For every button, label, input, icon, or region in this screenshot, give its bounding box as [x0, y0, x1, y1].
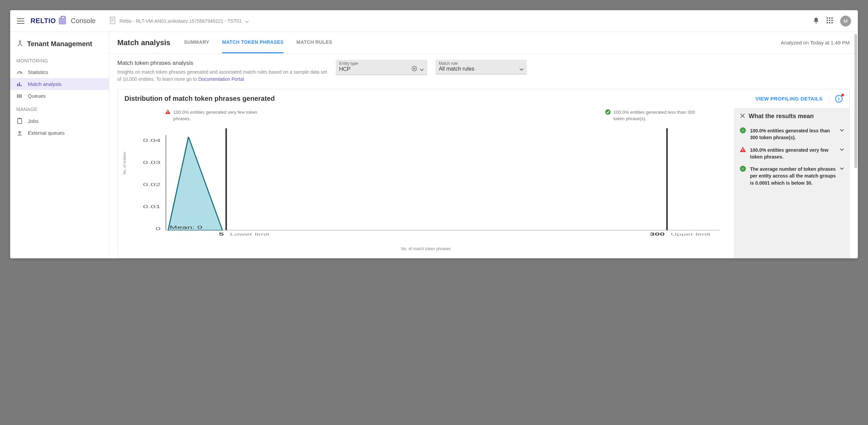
caret-down-icon [245, 18, 249, 24]
sidebar-item-external-queues[interactable]: External queues [10, 127, 109, 139]
results-explanation-panel: What the results mean ✓ 100.0% entities … [734, 108, 849, 258]
view-profiling-details-button[interactable]: VIEW PROFILING DETAILS [755, 96, 823, 101]
svg-rect-6 [829, 20, 830, 21]
sidebar-item-statistics[interactable]: Statistics [10, 66, 109, 78]
sidebar-item-label: Statistics [28, 69, 48, 75]
svg-rect-3 [829, 17, 830, 19]
sidebar-item-label: Queues [28, 93, 46, 99]
sidebar: Tenant Management MONITORING Statistics … [10, 32, 109, 258]
apps-icon[interactable] [827, 17, 833, 24]
documentation-link[interactable]: Documentation Portal [198, 76, 244, 82]
match-rule-select[interactable]: Match rule All match rules [435, 60, 527, 74]
section-description: Insights on match token phrases generate… [117, 69, 328, 83]
sidebar-section-monitoring: MONITORING [10, 53, 109, 66]
svg-text:0.02: 0.02 [143, 182, 161, 187]
check-icon: ✓ [740, 166, 747, 186]
sidebar-section-manage: MANAGE [10, 102, 109, 115]
clear-icon[interactable] [412, 66, 417, 73]
info-icon-wrap[interactable]: i [829, 95, 843, 103]
explain-item[interactable]: 100.0% entities generated very few token… [740, 144, 844, 163]
callout-warn-text: 100.0% entities generated very few token… [173, 109, 260, 122]
explain-item[interactable]: ✓ The average number of token phrases pe… [740, 163, 844, 189]
bars-icon [16, 82, 23, 87]
tenant-selector[interactable]: Reltio - RLT-VM-AN01:anikolaev:157556794… [109, 17, 249, 25]
svg-rect-13 [19, 118, 21, 119]
briefcase-icon [59, 18, 66, 24]
svg-text:0.03: 0.03 [143, 160, 161, 165]
document-icon [109, 17, 116, 25]
svg-rect-32 [743, 150, 743, 151]
topbar-right: M [813, 16, 851, 26]
chart-region: 100.0% entities generated very few token… [118, 108, 734, 258]
sidebar-item-label: Jobs [28, 118, 39, 124]
chart-svg: 0.04 0.03 0.02 0.01 0 [124, 128, 727, 244]
queue-icon [16, 94, 23, 98]
sidebar-title: Tenant Management [10, 35, 109, 53]
brand: RELTIO Console [31, 17, 96, 25]
match-rule-value: All match rules [439, 66, 474, 72]
svg-point-17 [605, 109, 611, 115]
page-title: Match analysis [117, 38, 171, 47]
content-header: Match analysis SUMMARY MATCH TOKEN PHRAS… [109, 32, 858, 54]
check-icon [605, 109, 611, 122]
explain-title: What the results mean [749, 113, 814, 120]
scrollbar[interactable] [854, 34, 857, 258]
callout-ok: 100.0% entities generated less than 300 … [605, 109, 700, 122]
svg-rect-5 [827, 20, 828, 21]
filters-text: Match token phrases analysis Insights on… [117, 60, 328, 83]
content: Match analysis SUMMARY MATCH TOKEN PHRAS… [109, 32, 858, 258]
chevron-down-icon [840, 147, 844, 161]
bell-icon[interactable] [813, 17, 819, 25]
svg-text:Upper limit: Upper limit [671, 232, 711, 236]
svg-rect-9 [829, 22, 830, 23]
chevron-down-icon [840, 127, 844, 141]
upload-icon [16, 130, 23, 136]
mean-label: Mean: 0 [170, 225, 202, 229]
sidebar-item-match-analysis[interactable]: Match analysis [10, 78, 109, 90]
explain-text: 100.0% entities generated less than 300 … [750, 127, 836, 141]
tab-match-token-phrases[interactable]: MATCH TOKEN PHRASES [222, 32, 283, 53]
topbar: RELTIO Console Reltio - RLT-VM-AN01:anik… [10, 10, 858, 32]
sidebar-item-queues[interactable]: Queues [10, 90, 109, 102]
sidebar-item-jobs[interactable]: Jobs [10, 115, 109, 127]
svg-text:0.01: 0.01 [143, 204, 161, 209]
card-actions: VIEW PROFILING DETAILS i [755, 95, 843, 103]
svg-text:0.04: 0.04 [143, 138, 161, 143]
svg-point-11 [19, 41, 21, 42]
svg-rect-7 [831, 20, 833, 21]
scrollbar-thumb[interactable] [854, 34, 857, 168]
tab-match-rules[interactable]: MATCH RULES [296, 32, 332, 53]
explain-text: 100.0% entities generated very few token… [750, 147, 836, 161]
close-icon[interactable] [740, 113, 745, 119]
chart-ylabel: No. of entities [122, 152, 126, 174]
svg-rect-4 [831, 17, 833, 19]
tab-summary[interactable]: SUMMARY [184, 32, 210, 53]
card-title: Distribution of match token phrases gene… [124, 95, 275, 103]
sidebar-item-label: External queues [28, 130, 64, 136]
tenant-name: Reltio - RLT-VM-AN01:anikolaev:157556794… [119, 18, 242, 24]
filters-row: Match token phrases analysis Insights on… [109, 54, 858, 83]
caret-down-icon [420, 66, 424, 72]
analyzed-on: Analyzed on Today at 1:49 PM [781, 40, 850, 45]
chart-xlabel: No. of match token phrases [124, 246, 727, 251]
brand-sub: Console [71, 17, 96, 25]
avatar[interactable]: M [840, 16, 851, 26]
clipboard-icon [16, 118, 23, 124]
chart: No. of entities 0.04 0.03 0.02 0.01 0 [124, 128, 727, 244]
svg-rect-16 [167, 113, 168, 113]
panel-area: Distribution of match token phrases gene… [109, 83, 858, 258]
check-icon: ✓ [740, 127, 747, 141]
entity-type-value: HCP [339, 66, 351, 72]
section-title: Match token phrases analysis [117, 60, 328, 67]
chevron-down-icon [840, 166, 844, 186]
menu-icon[interactable] [17, 18, 24, 24]
svg-rect-15 [167, 111, 168, 112]
svg-text:300: 300 [650, 232, 665, 236]
entity-type-select[interactable]: Entity type HCP [336, 60, 427, 75]
svg-rect-12 [18, 118, 22, 124]
card-body: 100.0% entities generated very few token… [118, 108, 849, 258]
explain-item[interactable]: ✓ 100.0% entities generated less than 30… [740, 125, 844, 144]
card-header: Distribution of match token phrases gene… [118, 89, 849, 108]
caret-down-icon [519, 66, 524, 72]
distribution-card: Distribution of match token phrases gene… [117, 89, 850, 258]
